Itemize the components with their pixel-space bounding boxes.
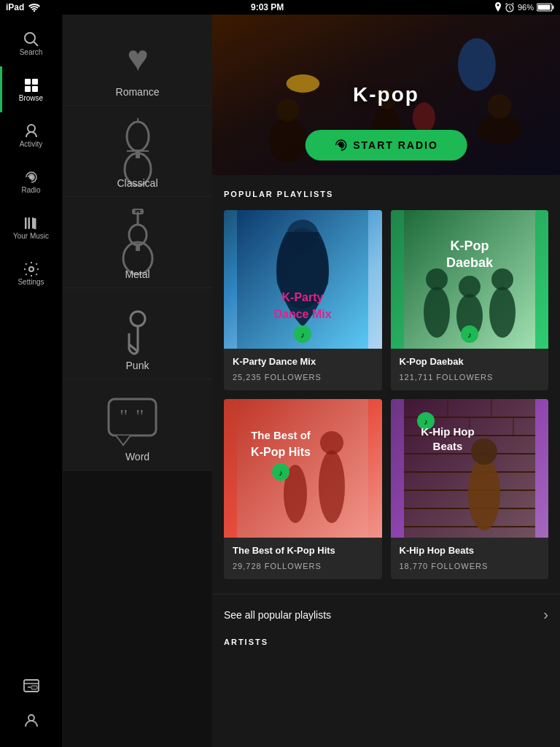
sidebar-item-your-music[interactable]: Your Music <box>0 204 62 250</box>
popular-playlists-title: POPULAR PLAYLISTS <box>224 190 333 198</box>
svg-text:K-Pop Hits: K-Pop Hits <box>251 446 311 458</box>
svg-point-41 <box>276 98 299 121</box>
svg-rect-27 <box>136 244 140 251</box>
genre-list: ♥ Romance Classical <box>63 15 212 747</box>
svg-text:Daebak: Daebak <box>446 255 494 270</box>
svg-point-40 <box>269 117 307 163</box>
svg-point-5 <box>25 33 35 43</box>
device-label: iPad <box>6 2 24 12</box>
kparty-art-svg: K-Party Dance Mix ♪ <box>237 210 368 349</box>
svg-rect-10 <box>32 86 38 92</box>
library-icon <box>23 214 40 232</box>
playlist-card-kparty[interactable]: K-Party Dance Mix ♪ K-Party Dance Mix 25 <box>224 210 382 390</box>
svg-line-6 <box>34 42 38 47</box>
status-right: 96% <box>494 2 554 12</box>
playlist-card-khiphop[interactable]: ♪ K-Hip Hop Beats K-Hip Hop Beats 18,770… <box>391 399 549 579</box>
romance-icon: ♥ <box>109 31 167 89</box>
genre-label-classical: Classical <box>63 177 212 189</box>
artists-title: ARTISTS <box>224 638 548 655</box>
playlist-followers-bestofkpop: 29,728 FOLLOWERS <box>233 562 373 570</box>
svg-rect-7 <box>25 79 31 85</box>
playlist-name-kdaebak: K-Pop Daebak <box>400 356 540 367</box>
svg-rect-4 <box>537 5 550 10</box>
hero-title: K-pop <box>353 83 419 107</box>
svg-text:K-Party: K-Party <box>282 291 324 303</box>
svg-point-0 <box>34 10 35 12</box>
start-radio-button[interactable]: START RADIO <box>305 130 467 160</box>
kparty-art-inner: K-Party Dance Mix ♪ <box>224 210 382 349</box>
svg-point-18 <box>28 715 34 721</box>
khiphop-art-svg: ♪ K-Hip Hop Beats <box>404 399 535 538</box>
svg-text:♪: ♪ <box>279 468 284 477</box>
svg-text:The Best of: The Best of <box>251 429 311 441</box>
sidebar-item-search[interactable]: Search <box>0 20 62 66</box>
main-panel: K-pop START RADIO POPULAR PLAYLISTS <box>212 15 560 747</box>
radio-wave-icon <box>334 139 347 152</box>
svg-text:K-Pop: K-Pop <box>450 239 489 253</box>
section-header-playlists: POPULAR PLAYLISTS <box>224 190 548 198</box>
sidebar-item-inbox[interactable] <box>0 668 62 703</box>
svg-point-90 <box>468 457 500 530</box>
svg-text:♥: ♥ <box>127 38 149 79</box>
playlist-info-kdaebak: K-Pop Daebak 121,711 FOLLOWERS <box>391 349 549 390</box>
playlist-name-kparty: K-Party Dance Mix <box>233 356 373 367</box>
see-all-playlists-label: See all popular playlists <box>224 609 331 621</box>
playlist-info-kparty: K-Party Dance Mix 25,235 FOLLOWERS <box>224 349 382 390</box>
genre-item-romance[interactable]: ♥ Romance <box>63 15 212 106</box>
svg-text:": " <box>120 405 128 427</box>
sidebar-bottom <box>0 668 62 747</box>
playlist-card-kdaebak[interactable]: K-Pop Daebak ♪ K-Pop Daebak 121,711 FOLL… <box>391 210 549 390</box>
svg-point-45 <box>487 94 511 118</box>
svg-point-20 <box>127 122 149 151</box>
word-icon: " " <box>105 395 171 454</box>
status-left: iPad <box>6 2 40 12</box>
genre-item-classical[interactable]: Classical <box>63 106 212 197</box>
punk-icon <box>109 304 167 363</box>
svg-point-62 <box>489 287 516 338</box>
see-all-playlists-row[interactable]: See all popular playlists › <box>212 594 560 635</box>
playlist-name-khiphop: K-Hip Hop Beats <box>400 545 540 556</box>
genre-label-punk: Punk <box>63 360 212 371</box>
bestofkpop-art-svg: The Best of K-Pop Hits ♪ <box>237 399 368 538</box>
sidebar-item-browse[interactable]: Browse <box>0 66 62 112</box>
genre-label-romance: Romance <box>63 86 212 98</box>
svg-point-69 <box>319 450 345 523</box>
svg-rect-36 <box>109 399 156 436</box>
svg-point-44 <box>477 114 522 144</box>
sidebar-label-browse: Browse <box>19 94 43 102</box>
sidebar-item-activity[interactable]: Activity <box>0 112 62 158</box>
svg-rect-17 <box>31 686 37 689</box>
activity-icon <box>23 123 40 140</box>
svg-point-15 <box>29 267 34 271</box>
artists-section: ARTISTS <box>212 635 560 655</box>
genre-label-word: Word <box>63 451 212 462</box>
playlist-art-khiphop: ♪ K-Hip Hop Beats <box>391 399 549 538</box>
genre-item-word[interactable]: " " Word <box>63 379 212 471</box>
svg-point-70 <box>320 431 343 454</box>
genre-item-metal[interactable]: Metal <box>63 197 212 288</box>
svg-point-30 <box>133 210 136 213</box>
playlist-followers-kdaebak: 121,711 FOLLOWERS <box>400 373 540 382</box>
battery-icon <box>537 3 554 12</box>
svg-point-48 <box>413 102 435 132</box>
wifi-icon <box>28 3 40 12</box>
metal-icon <box>109 206 167 279</box>
sidebar-label-activity: Activity <box>20 140 43 148</box>
sidebar-item-radio[interactable]: Radio <box>0 158 62 204</box>
sidebar-item-profile[interactable] <box>0 703 62 738</box>
svg-text:K-Hip Hop: K-Hip Hop <box>421 425 474 438</box>
kdaebak-art-svg: K-Pop Daebak ♪ <box>404 210 535 349</box>
alarm-icon <box>505 2 515 12</box>
playlist-card-bestofkpop[interactable]: The Best of K-Pop Hits ♪ The Best of K-P… <box>224 399 382 579</box>
playlist-art-kdaebak: K-Pop Daebak ♪ <box>391 210 549 349</box>
genre-item-punk[interactable]: Punk <box>63 288 212 379</box>
radio-icon <box>23 169 40 186</box>
svg-point-32 <box>131 311 145 326</box>
playlist-info-bestofkpop: The Best of K-Pop Hits 29,728 FOLLOWERS <box>224 538 382 579</box>
playlist-art-kparty: K-Party Dance Mix ♪ <box>224 210 382 349</box>
sidebar-item-settings[interactable]: Settings <box>0 250 62 296</box>
playlist-art-bestofkpop: The Best of K-Pop Hits ♪ <box>224 399 382 538</box>
genre-label-metal: Metal <box>63 268 212 280</box>
popular-playlists-section: POPULAR PLAYLISTS <box>212 175 560 594</box>
svg-point-63 <box>491 268 513 290</box>
